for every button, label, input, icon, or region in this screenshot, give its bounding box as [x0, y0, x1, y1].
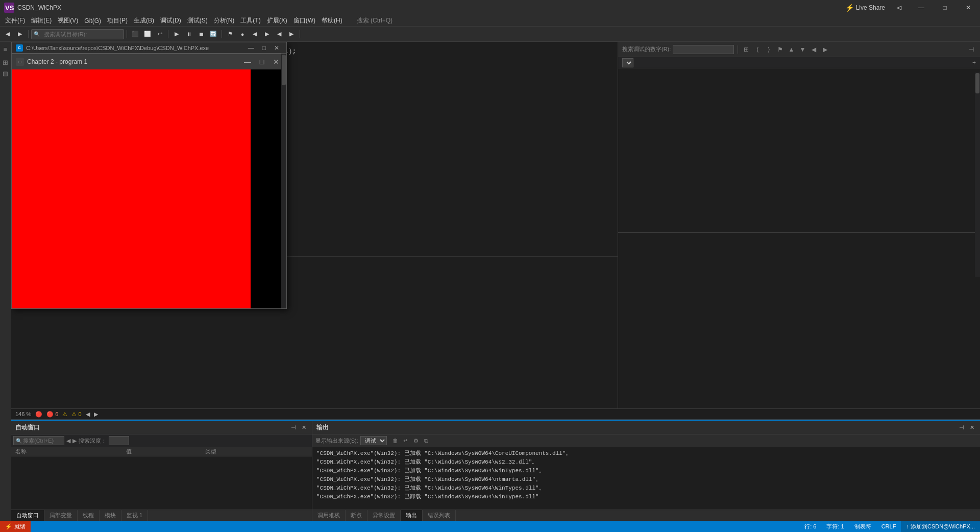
status-git-indicator[interactable]: ⚡ 就绪 — [0, 521, 31, 532]
float-window-scrollbar[interactable] — [282, 55, 286, 85]
status-col: 字符: 1 — [821, 521, 849, 532]
toolbar-step-in[interactable]: ⬛ — [130, 29, 141, 40]
tab-autos[interactable]: 自动窗口 — [11, 510, 44, 521]
vs-minimize-button[interactable]: — — [910, 0, 933, 15]
output-close-btn[interactable]: ✕ — [968, 423, 976, 431]
autos-pane-header: 自动窗口 ⊣ ✕ — [11, 421, 312, 434]
tab-callstack[interactable]: 调用堆栈 — [312, 510, 346, 521]
autos-nav-back[interactable]: ◀ — [66, 438, 70, 444]
autos-pin-button[interactable]: ⊣ — [289, 423, 298, 431]
collapse-panel-icon[interactable]: ⊲ — [893, 4, 905, 12]
tab-threads[interactable]: 线程 — [78, 510, 100, 521]
autos-search-box[interactable]: 🔍 — [13, 436, 64, 445]
path-bar-text: C:\Users\Tanxl\source\repos\CSDN_WiChPX\… — [26, 45, 209, 51]
right-panel-pin[interactable]: ⊣ — [967, 45, 976, 54]
toolbar-debug-continue[interactable]: ▶ — [171, 29, 182, 40]
app-maximize-button[interactable]: □ — [256, 56, 268, 68]
debug-target-selector[interactable]: 🔍 — [31, 29, 124, 39]
live-share-icon: ⚡ — [845, 4, 854, 12]
vs-title-bar: VS CSDN_WiChPX ⚡ Live Share ⊲ — □ ✕ — [0, 0, 980, 15]
vs-close-button[interactable]: ✕ — [957, 0, 980, 15]
right-search-input[interactable] — [673, 45, 734, 54]
right-btn-4[interactable]: ⚑ — [775, 45, 785, 54]
toolbar-debug-pause[interactable]: ⏸ — [183, 29, 194, 40]
output-pane-controls: ⊣ ✕ — [958, 423, 976, 431]
app-minimize-button[interactable]: — — [241, 56, 254, 68]
right-btn-5[interactable]: ▲ — [787, 45, 796, 54]
autos-close-button[interactable]: ✕ — [300, 423, 308, 431]
menu-test[interactable]: 测试(S) — [184, 15, 211, 26]
right-scrollbar-area — [975, 72, 980, 277]
tab-watch1[interactable]: 监视 1 — [121, 510, 148, 521]
toolbar-nav-3[interactable]: ◀ — [274, 29, 285, 40]
tab-errorlist[interactable]: 错误列表 — [423, 510, 456, 521]
activity-icon-2[interactable]: ⊞ — [1, 57, 11, 67]
output-pin-btn[interactable]: ⊣ — [958, 423, 966, 431]
toolbar-debug-stop[interactable]: ⏹ — [195, 29, 207, 40]
autos-nav-fwd[interactable]: ▶ — [72, 438, 77, 444]
menu-file[interactable]: 文件(F) — [2, 15, 28, 26]
path-bar-maximize[interactable]: □ — [259, 44, 269, 52]
tab-output[interactable]: 输出 — [401, 510, 423, 521]
menu-extensions[interactable]: 扩展(X) — [264, 15, 290, 26]
menu-view[interactable]: 视图(V) — [55, 15, 81, 26]
right-btn-7[interactable]: ◀ — [809, 45, 818, 54]
toolbar-nav-2[interactable]: ▶ — [261, 29, 273, 40]
right-btn-2[interactable]: ⟨ — [753, 45, 762, 54]
path-bar-minimize[interactable]: — — [245, 44, 257, 52]
toolbar-nav-1[interactable]: ◀ — [249, 29, 260, 40]
nav-fwd-btn[interactable]: ▶ — [94, 411, 98, 418]
menu-tools[interactable]: 工具(T) — [237, 15, 263, 26]
menu-analyze[interactable]: 分析(N) — [211, 15, 238, 26]
zoom-level: 146 % — [15, 411, 31, 417]
toolbar-bookmark[interactable]: ⚑ — [225, 29, 236, 40]
right-panel-expand-icon[interactable]: + — [972, 59, 976, 66]
tab-modules[interactable]: 模块 — [100, 510, 121, 521]
menu-edit[interactable]: 编辑(E) — [28, 15, 55, 26]
right-btn-8[interactable]: ▶ — [820, 45, 829, 54]
autos-search-input[interactable] — [23, 438, 59, 444]
right-scrollbar-thumb[interactable] — [975, 73, 979, 93]
tab-exceptions[interactable]: 异常设置 — [368, 510, 401, 521]
git-icon: ⚡ — [5, 523, 12, 530]
toolbar-step-out[interactable]: ↩ — [154, 29, 165, 40]
menu-window[interactable]: 窗口(W) — [290, 15, 318, 26]
menu-debug[interactable]: 调试(D) — [157, 15, 184, 26]
toolbar-nav-4[interactable]: ▶ — [286, 29, 297, 40]
toolbar-nav-fwd[interactable]: ▶ — [14, 29, 26, 40]
status-notify[interactable]: ↑ 添加到CSDN@WiChPX... — [901, 521, 980, 532]
right-btn-6[interactable]: ▼ — [798, 45, 807, 54]
output-source-select[interactable]: 调试 — [360, 436, 387, 445]
toolbar-debug-restart[interactable]: 🔄 — [208, 29, 219, 40]
menu-search[interactable]: 搜索 (Ctrl+Q) — [354, 15, 396, 26]
activity-explorer-icon[interactable]: ≡ — [1, 44, 11, 54]
menu-project[interactable]: 项目(P) — [104, 15, 131, 26]
toolbar-step-over[interactable]: ⬜ — [142, 29, 153, 40]
vs-maximize-button[interactable]: □ — [933, 0, 957, 15]
tab-breakpoints[interactable]: 断点 — [346, 510, 368, 521]
activity-icon-3[interactable]: ⊟ — [1, 68, 11, 79]
app-close-button[interactable]: ✕ — [270, 56, 282, 68]
output-toolbar-btns: 🗑 ↵ ⚙ ⧉ — [391, 436, 431, 445]
output-settings-btn[interactable]: ⚙ — [411, 436, 421, 445]
menu-build[interactable]: 生成(B) — [131, 15, 157, 26]
autos-depth-input[interactable] — [109, 436, 129, 445]
debug-target-input[interactable] — [42, 30, 124, 39]
app-window-titlebar: □ Chapter 2 - program 1 — □ ✕ — [12, 54, 286, 69]
menu-help[interactable]: 帮助(H) — [318, 15, 346, 26]
output-toolbar: 显示输出来源(S): 调试 🗑 ↵ ⚙ ⧉ — [312, 434, 980, 447]
live-share-button[interactable]: ⚡ Live Share — [841, 3, 889, 13]
debug-dropdown[interactable] — [622, 58, 633, 67]
toolbar-nav-back[interactable]: ◀ — [2, 29, 13, 40]
output-copy-btn[interactable]: ⧉ — [422, 436, 431, 445]
menu-git[interactable]: Git(G) — [81, 16, 104, 26]
output-clear-btn[interactable]: 🗑 — [391, 436, 400, 445]
debug-target-icon: 🔍 — [32, 31, 42, 37]
toolbar-breakpoint[interactable]: ● — [237, 29, 248, 40]
path-bar-close[interactable]: ✕ — [271, 44, 282, 52]
right-btn-1[interactable]: ⊞ — [742, 45, 751, 54]
output-wrap-btn[interactable]: ↵ — [401, 436, 410, 445]
right-btn-3[interactable]: ⟩ — [764, 45, 773, 54]
tab-locals[interactable]: 局部变量 — [44, 510, 78, 521]
nav-back-btn[interactable]: ◀ — [86, 411, 90, 418]
